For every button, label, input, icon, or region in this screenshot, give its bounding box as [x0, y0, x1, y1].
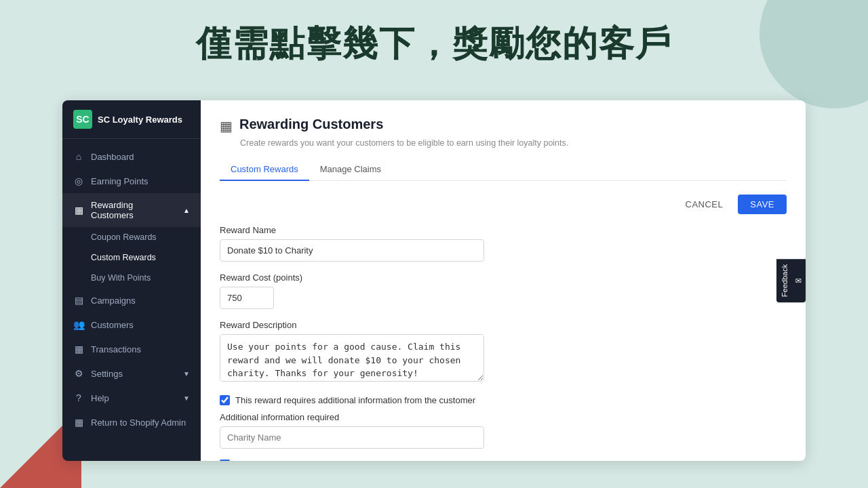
rewarding-icon: ▦: [73, 205, 84, 216]
tab-custom-rewards[interactable]: Custom Rewards: [220, 159, 309, 181]
sidebar-label-campaigns: Campaigns: [91, 296, 190, 306]
sidebar-item-transactions[interactable]: ▦ Transactions: [62, 337, 201, 361]
sidebar-item-earning-points[interactable]: ◎ Earning Points: [62, 169, 201, 193]
chevron-up-icon: ▲: [183, 207, 190, 214]
reward-desc-group: Reward Description: [220, 320, 787, 384]
tabs-container: Custom Rewards Manage Claims: [220, 159, 787, 181]
additional-info-checkbox-label: This reward requires additional informat…: [235, 395, 475, 405]
sidebar-item-dashboard[interactable]: ⌂ Dashboard: [62, 144, 201, 169]
tab-manage-claims[interactable]: Manage Claims: [309, 159, 392, 181]
sidebar-label-coupon-rewards: Coupon Rewards: [91, 232, 157, 242]
reward-cost-group: Reward Cost (points): [220, 272, 787, 309]
sidebar-label-buy-with-points: Buy With Points: [91, 273, 151, 283]
additional-info-label: Additional information required: [220, 412, 787, 422]
reward-name-input[interactable]: [220, 239, 484, 262]
sidebar-item-customers[interactable]: 👥 Customers: [62, 312, 201, 337]
transactions-icon: ▦: [73, 344, 84, 354]
app-logo-text: SC Loyalty Rewards: [98, 115, 182, 125]
sidebar-item-campaigns[interactable]: ▤ Campaigns: [62, 288, 201, 312]
page-title: Rewarding Customers: [239, 117, 383, 132]
form-actions-top: CANCEL SAVE: [220, 195, 787, 214]
return-icon: ▦: [73, 417, 84, 428]
sidebar-item-buy-with-points[interactable]: Buy With Points: [62, 268, 201, 288]
feedback-button[interactable]: Feedback ✉: [776, 259, 806, 302]
sidebar-label-help: Help: [91, 393, 176, 403]
reward-form: CANCEL SAVE Reward Name Reward Cost (poi…: [220, 195, 787, 461]
sidebar-logo: SC SC Loyalty Rewards: [62, 100, 201, 139]
reward-cost-label: Reward Cost (points): [220, 272, 787, 283]
limit-per-customer-checkbox-label: Limit the number of times each customer …: [235, 460, 443, 461]
checkbox-additional-info-row: This reward requires additional informat…: [220, 395, 787, 405]
sidebar-label-customers: Customers: [91, 320, 190, 330]
reward-name-group: Reward Name: [220, 225, 787, 262]
feedback-label: Feedback: [781, 264, 789, 297]
page-hero-title: 僅需點擊幾下，獎勵您的客戶: [0, 20, 868, 68]
reward-name-label: Reward Name: [220, 225, 787, 235]
sidebar-label-return-shopify: Return to Shopify Admin: [91, 418, 190, 428]
page-subtitle: Create rewards you want your customers t…: [220, 138, 787, 148]
sidebar-label-earning-points: Earning Points: [91, 176, 190, 186]
earning-points-icon: ◎: [73, 176, 84, 186]
sidebar-label-settings: Settings: [91, 369, 176, 379]
campaigns-icon: ▤: [73, 295, 84, 306]
sidebar: SC SC Loyalty Rewards ⌂ Dashboard ◎ Earn…: [62, 100, 201, 461]
sidebar-item-custom-rewards[interactable]: Custom Rewards: [62, 247, 201, 268]
page-header: ▦ Rewarding Customers: [220, 117, 787, 134]
home-icon: ⌂: [73, 151, 84, 162]
app-logo-icon: SC: [73, 110, 92, 129]
cancel-button[interactable]: CANCEL: [676, 195, 733, 214]
chevron-down-icon: ▼: [183, 370, 190, 378]
additional-info-group: Additional information required: [220, 412, 787, 449]
sidebar-label-dashboard: Dashboard: [91, 152, 190, 162]
sidebar-label-custom-rewards: Custom Rewards: [91, 253, 156, 262]
chevron-down-icon-help: ▼: [183, 394, 190, 402]
main-container: SC SC Loyalty Rewards ⌂ Dashboard ◎ Earn…: [62, 100, 806, 461]
settings-icon: ⚙: [73, 368, 84, 379]
page-header-icon: ▦: [220, 118, 233, 134]
feedback-icon: ✉: [793, 277, 802, 285]
additional-info-input[interactable]: [220, 426, 484, 449]
additional-info-checkbox[interactable]: [220, 395, 230, 405]
reward-cost-input[interactable]: [220, 287, 274, 309]
sidebar-item-return-shopify[interactable]: ▦ Return to Shopify Admin: [62, 410, 201, 434]
reward-desc-textarea[interactable]: [220, 334, 484, 382]
help-icon: ?: [73, 392, 84, 403]
sidebar-item-rewarding-customers[interactable]: ▦ Rewarding Customers ▲: [62, 193, 201, 227]
sidebar-item-coupon-rewards[interactable]: Coupon Rewards: [62, 227, 201, 247]
customers-icon: 👥: [73, 319, 84, 330]
save-button[interactable]: SAVE: [738, 195, 787, 214]
main-content: ▦ Rewarding Customers Create rewards you…: [201, 100, 806, 461]
limit-per-customer-checkbox[interactable]: [220, 460, 230, 461]
checkbox-limit-per-customer-row: Limit the number of times each customer …: [220, 460, 787, 461]
sidebar-label-rewarding-customers: Rewarding Customers: [91, 200, 176, 220]
sidebar-label-transactions: Transactions: [91, 344, 190, 354]
sidebar-item-help[interactable]: ? Help ▼: [62, 386, 201, 410]
sidebar-nav: ⌂ Dashboard ◎ Earning Points ▦ Rewarding…: [62, 139, 201, 461]
sidebar-item-settings[interactable]: ⚙ Settings ▼: [62, 361, 201, 386]
reward-desc-label: Reward Description: [220, 320, 787, 330]
